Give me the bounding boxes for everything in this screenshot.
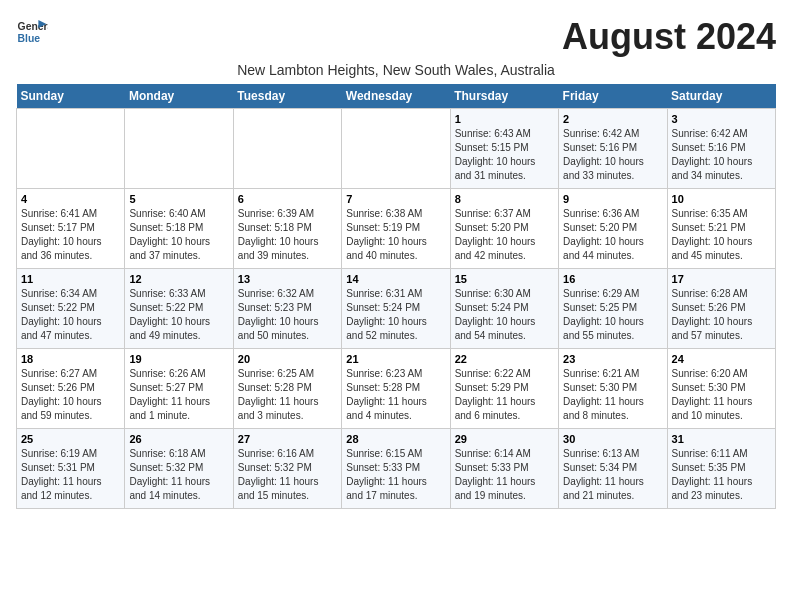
day-number: 11 — [21, 273, 120, 285]
day-header-thursday: Thursday — [450, 84, 558, 109]
calendar-cell: 14Sunrise: 6:31 AM Sunset: 5:24 PM Dayli… — [342, 269, 450, 349]
calendar-cell: 12Sunrise: 6:33 AM Sunset: 5:22 PM Dayli… — [125, 269, 233, 349]
calendar-cell: 21Sunrise: 6:23 AM Sunset: 5:28 PM Dayli… — [342, 349, 450, 429]
month-title: August 2024 — [562, 16, 776, 58]
day-info: Sunrise: 6:15 AM Sunset: 5:33 PM Dayligh… — [346, 447, 445, 503]
location: New Lambton Heights, New South Wales, Au… — [16, 62, 776, 78]
calendar-cell — [17, 109, 125, 189]
week-row-3: 11Sunrise: 6:34 AM Sunset: 5:22 PM Dayli… — [17, 269, 776, 349]
day-info: Sunrise: 6:38 AM Sunset: 5:19 PM Dayligh… — [346, 207, 445, 263]
day-number: 29 — [455, 433, 554, 445]
logo: General Blue — [16, 16, 48, 48]
day-info: Sunrise: 6:21 AM Sunset: 5:30 PM Dayligh… — [563, 367, 662, 423]
calendar-cell: 26Sunrise: 6:18 AM Sunset: 5:32 PM Dayli… — [125, 429, 233, 509]
calendar-cell: 16Sunrise: 6:29 AM Sunset: 5:25 PM Dayli… — [559, 269, 667, 349]
calendar-cell: 10Sunrise: 6:35 AM Sunset: 5:21 PM Dayli… — [667, 189, 775, 269]
calendar-cell: 27Sunrise: 6:16 AM Sunset: 5:32 PM Dayli… — [233, 429, 341, 509]
svg-text:Blue: Blue — [18, 33, 41, 44]
calendar-cell: 28Sunrise: 6:15 AM Sunset: 5:33 PM Dayli… — [342, 429, 450, 509]
calendar-cell: 29Sunrise: 6:14 AM Sunset: 5:33 PM Dayli… — [450, 429, 558, 509]
day-number: 3 — [672, 113, 771, 125]
day-number: 23 — [563, 353, 662, 365]
calendar-cell: 15Sunrise: 6:30 AM Sunset: 5:24 PM Dayli… — [450, 269, 558, 349]
calendar-cell: 4Sunrise: 6:41 AM Sunset: 5:17 PM Daylig… — [17, 189, 125, 269]
calendar-cell: 13Sunrise: 6:32 AM Sunset: 5:23 PM Dayli… — [233, 269, 341, 349]
calendar-table: SundayMondayTuesdayWednesdayThursdayFrid… — [16, 84, 776, 509]
day-number: 14 — [346, 273, 445, 285]
day-info: Sunrise: 6:40 AM Sunset: 5:18 PM Dayligh… — [129, 207, 228, 263]
calendar-header: SundayMondayTuesdayWednesdayThursdayFrid… — [17, 84, 776, 109]
calendar-cell: 19Sunrise: 6:26 AM Sunset: 5:27 PM Dayli… — [125, 349, 233, 429]
calendar-cell: 17Sunrise: 6:28 AM Sunset: 5:26 PM Dayli… — [667, 269, 775, 349]
day-number: 5 — [129, 193, 228, 205]
week-row-5: 25Sunrise: 6:19 AM Sunset: 5:31 PM Dayli… — [17, 429, 776, 509]
day-number: 15 — [455, 273, 554, 285]
day-number: 31 — [672, 433, 771, 445]
calendar-cell: 8Sunrise: 6:37 AM Sunset: 5:20 PM Daylig… — [450, 189, 558, 269]
day-info: Sunrise: 6:34 AM Sunset: 5:22 PM Dayligh… — [21, 287, 120, 343]
calendar-cell — [125, 109, 233, 189]
day-header-tuesday: Tuesday — [233, 84, 341, 109]
day-info: Sunrise: 6:35 AM Sunset: 5:21 PM Dayligh… — [672, 207, 771, 263]
day-info: Sunrise: 6:33 AM Sunset: 5:22 PM Dayligh… — [129, 287, 228, 343]
calendar-cell: 3Sunrise: 6:42 AM Sunset: 5:16 PM Daylig… — [667, 109, 775, 189]
day-info: Sunrise: 6:26 AM Sunset: 5:27 PM Dayligh… — [129, 367, 228, 423]
logo-icon: General Blue — [16, 16, 48, 48]
day-info: Sunrise: 6:11 AM Sunset: 5:35 PM Dayligh… — [672, 447, 771, 503]
header: General Blue August 2024 — [16, 16, 776, 58]
day-number: 25 — [21, 433, 120, 445]
day-header-wednesday: Wednesday — [342, 84, 450, 109]
day-info: Sunrise: 6:30 AM Sunset: 5:24 PM Dayligh… — [455, 287, 554, 343]
day-number: 27 — [238, 433, 337, 445]
day-number: 22 — [455, 353, 554, 365]
calendar-cell: 23Sunrise: 6:21 AM Sunset: 5:30 PM Dayli… — [559, 349, 667, 429]
day-number: 24 — [672, 353, 771, 365]
day-number: 17 — [672, 273, 771, 285]
day-number: 7 — [346, 193, 445, 205]
day-number: 8 — [455, 193, 554, 205]
day-info: Sunrise: 6:18 AM Sunset: 5:32 PM Dayligh… — [129, 447, 228, 503]
calendar-cell: 31Sunrise: 6:11 AM Sunset: 5:35 PM Dayli… — [667, 429, 775, 509]
day-info: Sunrise: 6:20 AM Sunset: 5:30 PM Dayligh… — [672, 367, 771, 423]
calendar-cell: 11Sunrise: 6:34 AM Sunset: 5:22 PM Dayli… — [17, 269, 125, 349]
calendar-cell: 6Sunrise: 6:39 AM Sunset: 5:18 PM Daylig… — [233, 189, 341, 269]
week-row-2: 4Sunrise: 6:41 AM Sunset: 5:17 PM Daylig… — [17, 189, 776, 269]
day-info: Sunrise: 6:22 AM Sunset: 5:29 PM Dayligh… — [455, 367, 554, 423]
day-number: 30 — [563, 433, 662, 445]
day-info: Sunrise: 6:29 AM Sunset: 5:25 PM Dayligh… — [563, 287, 662, 343]
calendar-cell: 9Sunrise: 6:36 AM Sunset: 5:20 PM Daylig… — [559, 189, 667, 269]
day-info: Sunrise: 6:23 AM Sunset: 5:28 PM Dayligh… — [346, 367, 445, 423]
calendar-cell: 7Sunrise: 6:38 AM Sunset: 5:19 PM Daylig… — [342, 189, 450, 269]
calendar-cell: 18Sunrise: 6:27 AM Sunset: 5:26 PM Dayli… — [17, 349, 125, 429]
day-info: Sunrise: 6:31 AM Sunset: 5:24 PM Dayligh… — [346, 287, 445, 343]
day-number: 6 — [238, 193, 337, 205]
day-info: Sunrise: 6:42 AM Sunset: 5:16 PM Dayligh… — [672, 127, 771, 183]
day-info: Sunrise: 6:32 AM Sunset: 5:23 PM Dayligh… — [238, 287, 337, 343]
calendar-cell: 20Sunrise: 6:25 AM Sunset: 5:28 PM Dayli… — [233, 349, 341, 429]
calendar-cell: 22Sunrise: 6:22 AM Sunset: 5:29 PM Dayli… — [450, 349, 558, 429]
day-number: 1 — [455, 113, 554, 125]
day-number: 28 — [346, 433, 445, 445]
day-info: Sunrise: 6:28 AM Sunset: 5:26 PM Dayligh… — [672, 287, 771, 343]
day-info: Sunrise: 6:43 AM Sunset: 5:15 PM Dayligh… — [455, 127, 554, 183]
calendar-cell: 5Sunrise: 6:40 AM Sunset: 5:18 PM Daylig… — [125, 189, 233, 269]
day-info: Sunrise: 6:14 AM Sunset: 5:33 PM Dayligh… — [455, 447, 554, 503]
day-number: 26 — [129, 433, 228, 445]
day-number: 18 — [21, 353, 120, 365]
week-row-1: 1Sunrise: 6:43 AM Sunset: 5:15 PM Daylig… — [17, 109, 776, 189]
calendar-cell: 1Sunrise: 6:43 AM Sunset: 5:15 PM Daylig… — [450, 109, 558, 189]
day-header-sunday: Sunday — [17, 84, 125, 109]
day-info: Sunrise: 6:39 AM Sunset: 5:18 PM Dayligh… — [238, 207, 337, 263]
day-info: Sunrise: 6:13 AM Sunset: 5:34 PM Dayligh… — [563, 447, 662, 503]
calendar-cell — [342, 109, 450, 189]
calendar-cell: 25Sunrise: 6:19 AM Sunset: 5:31 PM Dayli… — [17, 429, 125, 509]
day-info: Sunrise: 6:42 AM Sunset: 5:16 PM Dayligh… — [563, 127, 662, 183]
day-header-friday: Friday — [559, 84, 667, 109]
day-number: 21 — [346, 353, 445, 365]
day-info: Sunrise: 6:41 AM Sunset: 5:17 PM Dayligh… — [21, 207, 120, 263]
day-number: 2 — [563, 113, 662, 125]
day-info: Sunrise: 6:36 AM Sunset: 5:20 PM Dayligh… — [563, 207, 662, 263]
day-info: Sunrise: 6:19 AM Sunset: 5:31 PM Dayligh… — [21, 447, 120, 503]
day-number: 10 — [672, 193, 771, 205]
day-number: 12 — [129, 273, 228, 285]
